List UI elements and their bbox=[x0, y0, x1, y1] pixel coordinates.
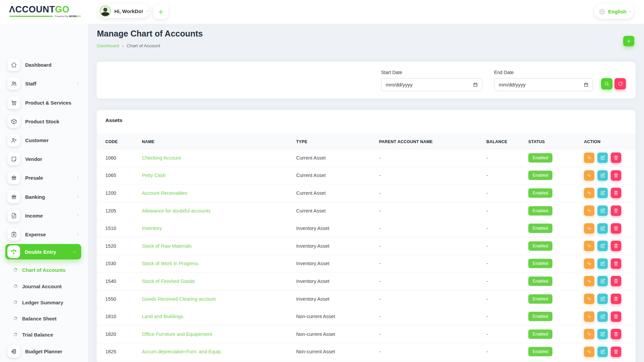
sidebar-item-product-stock[interactable]: Product Stock bbox=[0, 115, 88, 128]
delete-button[interactable] bbox=[611, 205, 621, 216]
ledger-button[interactable] bbox=[584, 294, 594, 304]
box-icon bbox=[7, 115, 20, 128]
edit-button[interactable] bbox=[597, 276, 608, 286]
accounts-table-card: Assets CODE NAME TYPE PARENT ACCOUNT NAM… bbox=[97, 110, 636, 362]
sidebar-item-income[interactable]: Income bbox=[0, 209, 88, 222]
cell-code: 1825 bbox=[105, 349, 142, 354]
ledger-button[interactable] bbox=[584, 188, 594, 198]
delete-button[interactable] bbox=[611, 276, 621, 286]
edit-button[interactable] bbox=[597, 329, 608, 339]
users-icon bbox=[7, 77, 20, 90]
edit-button[interactable] bbox=[597, 294, 608, 304]
cell-type: Current Asset bbox=[296, 173, 379, 178]
sidebar-item-banking[interactable]: Banking bbox=[0, 190, 88, 203]
search-button[interactable] bbox=[601, 78, 612, 89]
ledger-button[interactable] bbox=[584, 241, 594, 251]
delete-button[interactable] bbox=[611, 311, 621, 322]
edit-button[interactable] bbox=[597, 153, 608, 163]
column-header-name: NAME bbox=[142, 139, 296, 144]
ledger-button[interactable] bbox=[584, 347, 594, 357]
ledger-button[interactable] bbox=[584, 311, 594, 322]
delete-button[interactable] bbox=[611, 347, 621, 357]
sidebar-item-product-services[interactable]: Product & Services bbox=[0, 96, 88, 109]
sidebar-subitem-chart-of-accounts[interactable]: Chart of Accounts bbox=[0, 265, 88, 274]
account-name-link[interactable]: Inventory bbox=[142, 226, 162, 231]
reset-button[interactable] bbox=[614, 78, 626, 89]
cell-type: Inventory Asset bbox=[296, 243, 379, 249]
delete-button[interactable] bbox=[611, 294, 621, 304]
add-account-button[interactable] bbox=[623, 36, 634, 46]
account-name-link[interactable]: Stock of Work In Progress bbox=[142, 261, 198, 266]
refresh-icon bbox=[618, 81, 623, 86]
account-name-link[interactable]: Allowance for doubtful accounts bbox=[142, 208, 211, 214]
edit-button[interactable] bbox=[597, 205, 608, 216]
status-badge: Enabled bbox=[528, 347, 552, 356]
edit-icon bbox=[600, 173, 605, 178]
delete-button[interactable] bbox=[611, 329, 621, 339]
account-name-link[interactable]: Account Receivables bbox=[142, 190, 187, 196]
ledger-button[interactable] bbox=[584, 329, 594, 339]
account-name-link[interactable]: Accum.depreciation-Furn. and Equip bbox=[142, 349, 221, 354]
delete-button[interactable] bbox=[611, 223, 621, 234]
donut-icon bbox=[13, 300, 17, 304]
ledger-button[interactable] bbox=[584, 205, 594, 216]
sidebar-subitem-trial-balance[interactable]: Trial Balance bbox=[0, 330, 88, 339]
delete-button[interactable] bbox=[611, 153, 621, 163]
user-greeting: Hi, WorkDo! bbox=[114, 8, 143, 14]
account-name-link[interactable]: Office Furniture and Equipement bbox=[142, 331, 212, 337]
ledger-button[interactable] bbox=[584, 170, 594, 181]
edit-icon bbox=[600, 261, 605, 266]
donut-icon bbox=[13, 268, 17, 272]
end-date-input[interactable]: mm/dd/yyyy bbox=[494, 78, 593, 91]
account-name-link[interactable]: Goods Received Clearing account bbox=[142, 296, 216, 302]
ledger-button[interactable] bbox=[584, 258, 594, 269]
edit-button[interactable] bbox=[597, 170, 608, 181]
sidebar-subitem-journal-account[interactable]: Journal Account bbox=[0, 282, 88, 291]
avatar bbox=[100, 5, 111, 17]
sidebar-item-vendor[interactable]: Vendor bbox=[0, 153, 88, 165]
start-date-input[interactable]: mm/dd/yyyy bbox=[381, 78, 482, 91]
trash-icon bbox=[613, 314, 619, 319]
sidebar-item-staff[interactable]: Staff bbox=[0, 77, 88, 90]
edit-button[interactable] bbox=[597, 188, 608, 198]
language-selector[interactable]: English bbox=[594, 4, 634, 19]
cell-action bbox=[578, 241, 627, 251]
delete-button[interactable] bbox=[611, 170, 621, 181]
quick-add-button[interactable] bbox=[153, 4, 168, 19]
account-name-link[interactable]: Petty Cash bbox=[142, 173, 166, 178]
cell-action bbox=[578, 294, 627, 304]
account-name-link[interactable]: Stock of Raw Materials bbox=[142, 243, 192, 249]
edit-button[interactable] bbox=[597, 223, 608, 234]
ledger-button[interactable] bbox=[584, 153, 594, 163]
edit-button[interactable] bbox=[597, 258, 608, 269]
sidebar-subitem-balance-sheet[interactable]: Balance Sheet bbox=[0, 314, 88, 323]
edit-button[interactable] bbox=[597, 241, 608, 251]
edit-button[interactable] bbox=[597, 347, 608, 357]
account-name-link[interactable]: Checking Account bbox=[142, 155, 181, 161]
donut-icon bbox=[13, 333, 17, 337]
clipboard-dollar-icon bbox=[7, 228, 20, 241]
sidebar-item-dashboard[interactable]: Dashboard bbox=[0, 58, 88, 71]
edit-icon bbox=[600, 331, 605, 337]
user-menu[interactable]: Hi, WorkDo! bbox=[98, 4, 149, 18]
edit-button[interactable] bbox=[597, 311, 608, 322]
breadcrumb-dashboard-link[interactable]: Dashboard bbox=[97, 43, 119, 48]
sidebar-item-presale[interactable]: Presale bbox=[0, 171, 88, 184]
account-name-link[interactable]: Land and Buildings bbox=[142, 314, 183, 319]
ledger-button[interactable] bbox=[584, 276, 594, 286]
sidebar-item-expense[interactable]: Expense bbox=[0, 228, 88, 241]
sidebar-item-budget-planner[interactable]: Budget Planner bbox=[0, 345, 88, 358]
trash-icon bbox=[613, 279, 619, 284]
delete-button[interactable] bbox=[611, 188, 621, 198]
ledger-button[interactable] bbox=[584, 223, 594, 234]
activity-icon bbox=[587, 279, 592, 284]
sidebar-subitem-ledger-summary[interactable]: Ledger Summary bbox=[0, 298, 88, 307]
calendar-icon[interactable] bbox=[584, 82, 589, 87]
sidebar-item-customer[interactable]: Customer bbox=[0, 134, 88, 146]
delete-button[interactable] bbox=[611, 258, 621, 269]
delete-button[interactable] bbox=[611, 241, 621, 251]
account-name-link[interactable]: Stock of Finished Goods bbox=[142, 279, 195, 284]
sidebar-item-double-entry[interactable]: Double Entry bbox=[5, 244, 81, 259]
edit-icon bbox=[600, 314, 605, 319]
calendar-icon[interactable] bbox=[473, 82, 478, 87]
